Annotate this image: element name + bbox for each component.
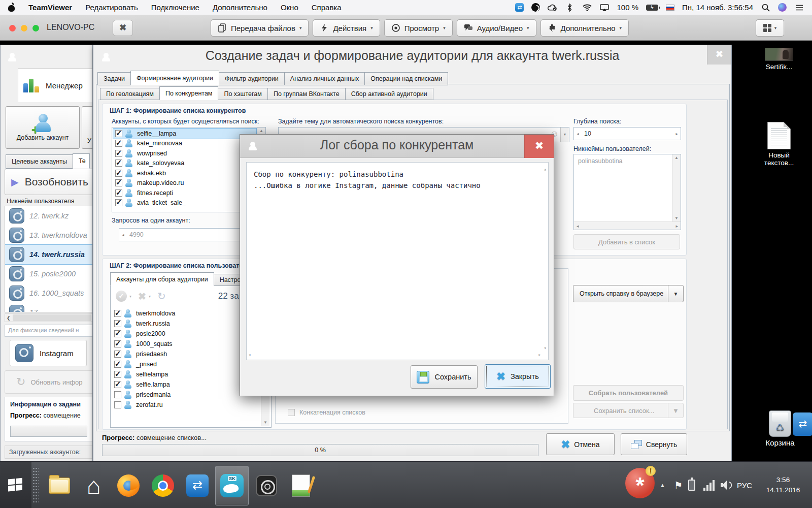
manager-tab[interactable]: Менеджер bbox=[18, 69, 93, 102]
competitor-row[interactable]: wowprised bbox=[113, 148, 256, 158]
depth-spinner[interactable]: ◂ 10 ▸ bbox=[573, 127, 681, 140]
row-checkbox[interactable] bbox=[114, 351, 121, 358]
spin-left-icon[interactable]: ◂ bbox=[574, 132, 582, 136]
menubar-menu-item[interactable]: Справка bbox=[312, 3, 342, 12]
scroll-up-icon[interactable]: ▴ bbox=[544, 166, 547, 173]
save-list-button[interactable]: Сохранить список... ▼ bbox=[573, 403, 684, 418]
collect-account-row[interactable]: selfielampa bbox=[112, 369, 260, 379]
file-transfer-button[interactable]: Передача файлов▾ bbox=[211, 19, 309, 37]
sidebar-account-row[interactable]: 16. 1000_squats bbox=[5, 283, 93, 303]
row-checkbox[interactable] bbox=[114, 391, 121, 398]
caret-down-icon[interactable]: ▾ bbox=[149, 294, 151, 299]
horizontal-scrollbar[interactable]: ❮ bbox=[5, 313, 93, 322]
save-list-dropdown[interactable]: ▼ bbox=[668, 403, 683, 418]
menubar-menu-item[interactable]: Редактировать bbox=[85, 3, 138, 12]
horizontal-scrollbar[interactable]: ◂▸ bbox=[574, 221, 681, 230]
audio-video-button[interactable]: Аудио/Видео▾ bbox=[457, 19, 536, 37]
tray-network[interactable] bbox=[703, 462, 715, 508]
start-button[interactable] bbox=[0, 462, 31, 508]
nicknames-listbox[interactable]: polinasubbotina ▲▼ ◂▸ bbox=[573, 154, 681, 230]
add-account-button[interactable]: + Добавить аккаунт bbox=[6, 106, 80, 149]
row-checkbox[interactable] bbox=[115, 189, 122, 197]
actions-button[interactable]: Действия▾ bbox=[313, 19, 380, 37]
scroll-down-icon[interactable]: ▾ bbox=[544, 344, 547, 352]
sidebar-account-row[interactable]: 12. twerk.kz bbox=[5, 206, 93, 226]
subtab-competitors[interactable]: По конкурентам bbox=[159, 86, 219, 100]
competitor-row[interactable]: fitnes.recepti bbox=[113, 188, 256, 198]
collect-account-row[interactable]: selfie.lampa bbox=[112, 379, 260, 390]
session-close-button[interactable]: ✖ bbox=[113, 20, 133, 36]
menubar-app-name[interactable]: TeamViewer bbox=[28, 3, 72, 12]
spotlight-search-icon[interactable] bbox=[761, 3, 770, 12]
monitor-select-button[interactable]: ▾ bbox=[756, 19, 784, 37]
viber-status-icon[interactable] bbox=[531, 3, 540, 12]
add-to-list-button[interactable]: Добавить в список bbox=[573, 234, 680, 249]
scroll-right-icon[interactable]: ▸ bbox=[538, 351, 541, 358]
row-checkbox[interactable] bbox=[115, 150, 122, 157]
spin-right-icon[interactable]: ▸ bbox=[673, 132, 681, 136]
view-button[interactable]: Просмотр▾ bbox=[384, 19, 453, 37]
scroll-down-icon[interactable]: ▼ bbox=[674, 216, 679, 220]
input-language-flag-icon[interactable] bbox=[666, 5, 674, 11]
desktop-icon-text-file[interactable]: Новый текстов... bbox=[746, 122, 812, 167]
competitor-row[interactable]: kate_mironovaa bbox=[113, 139, 256, 149]
zoom-traffic-light[interactable] bbox=[32, 25, 39, 31]
minimize-button[interactable]: Свернуть bbox=[621, 433, 687, 455]
row-checkbox[interactable] bbox=[115, 160, 122, 167]
collect-account-row[interactable]: twerkmoldova bbox=[112, 308, 260, 319]
taskbar-chrome[interactable] bbox=[146, 466, 180, 505]
subtab-hashtags[interactable]: По хэштегам bbox=[218, 88, 267, 100]
open-help-button[interactable]: Открыть справку в браузере ▼ bbox=[573, 285, 684, 302]
row-checkbox[interactable] bbox=[114, 330, 121, 337]
competitor-row[interactable]: selfie__lampa bbox=[113, 129, 256, 139]
row-checkbox[interactable] bbox=[114, 401, 121, 408]
row-checkbox[interactable] bbox=[115, 140, 122, 147]
tab-partial[interactable]: Те bbox=[73, 153, 90, 169]
subtab-geolocation[interactable]: По геолокациям bbox=[100, 88, 160, 100]
window-close-button[interactable]: ✖ bbox=[707, 45, 731, 65]
notification-center-icon[interactable] bbox=[794, 3, 804, 12]
taskbar-home[interactable]: ⌂ bbox=[77, 466, 111, 505]
menubar-menu-item[interactable]: Дополнительно bbox=[213, 3, 267, 12]
help-dropdown-button[interactable]: ▼ bbox=[668, 285, 683, 302]
partial-button[interactable]: У bbox=[82, 106, 93, 149]
scroll-left-icon[interactable]: ❮ bbox=[5, 315, 11, 321]
siri-icon[interactable] bbox=[778, 3, 787, 12]
desktop-icon-photo[interactable]: Sertifik... bbox=[746, 48, 812, 71]
cloud-sync-icon[interactable] bbox=[548, 3, 557, 12]
extras-button[interactable]: Дополнительно▾ bbox=[540, 19, 629, 37]
taskbar-teamviewer[interactable] bbox=[181, 466, 214, 505]
close-traffic-light[interactable] bbox=[9, 25, 16, 31]
tray-action-center[interactable]: ⚑ bbox=[674, 462, 683, 508]
apple-menu-icon[interactable] bbox=[8, 4, 15, 12]
scroll-down-icon[interactable]: ▼ bbox=[263, 420, 267, 425]
tab-audience-filter[interactable]: Фильтр аудитории bbox=[219, 72, 285, 85]
theme-dropdown-button[interactable]: ▾ bbox=[560, 128, 569, 142]
sidebar-account-row[interactable]: 13. twerkmoldova bbox=[5, 226, 93, 245]
taskbar-notes-app[interactable] bbox=[284, 466, 318, 505]
tab-tasks[interactable]: Задачи bbox=[97, 72, 131, 85]
menubar-menu-item[interactable]: Подключение bbox=[151, 3, 199, 12]
subtab-vk-groups[interactable]: По группам ВКонтакте bbox=[267, 88, 346, 100]
scroll-left-icon[interactable]: ◂ bbox=[248, 351, 251, 358]
resume-button[interactable]: ▶ Возобновить bbox=[5, 169, 93, 195]
collect-account-row[interactable]: posle2000 bbox=[112, 329, 260, 339]
scroll-left-icon[interactable]: ◂ bbox=[577, 224, 579, 229]
competitor-row[interactable]: avia_ticket_sale_ bbox=[113, 198, 256, 208]
teamviewer-status-icon[interactable] bbox=[515, 3, 524, 12]
tab-personal-data[interactable]: Анализ личных данных bbox=[284, 72, 365, 85]
menubar-menu-item[interactable]: Окно bbox=[281, 3, 298, 12]
taskbar-sk-app[interactable] bbox=[215, 466, 249, 505]
tray-expand[interactable]: ▲ bbox=[660, 462, 665, 508]
subtab-active-audience[interactable]: Сбор активной аудитории bbox=[345, 88, 433, 100]
row-checkbox[interactable] bbox=[114, 371, 121, 378]
minimize-traffic-light[interactable] bbox=[21, 25, 27, 31]
refresh-list-icon[interactable]: ↻ bbox=[157, 290, 166, 302]
collect-account-row[interactable]: prisedmania bbox=[112, 390, 260, 400]
spin-left-icon[interactable]: ◂ bbox=[119, 233, 127, 237]
row-checkbox[interactable] bbox=[114, 320, 121, 327]
menubar-clock[interactable]: Пн, 14 нояб. 3:56:54 bbox=[682, 3, 753, 12]
close-log-button[interactable]: ✖ Закрыть bbox=[485, 364, 551, 389]
competitor-row[interactable]: eshak.ekb bbox=[113, 168, 256, 178]
row-checkbox[interactable] bbox=[114, 381, 121, 388]
